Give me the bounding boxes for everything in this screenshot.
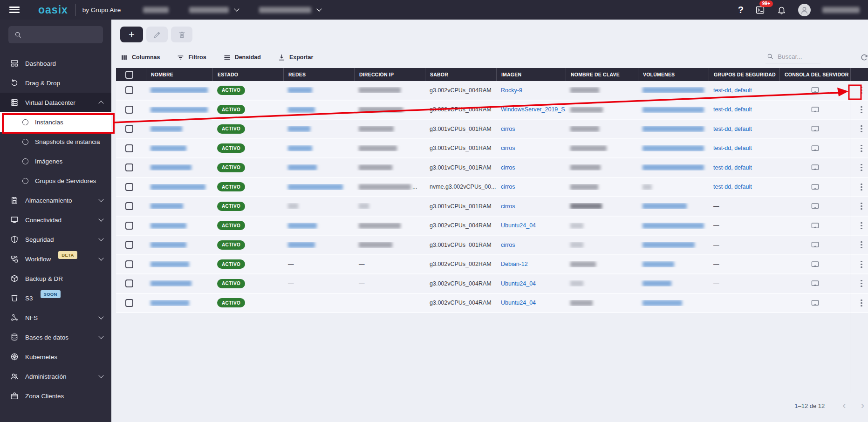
column-header-nombre-de-clave[interactable]: NOMBRE DE CLAVE xyxy=(566,68,638,81)
sidebar-item-workflow[interactable]: WorkflowBETA xyxy=(0,249,111,269)
row-actions-kebab[interactable] xyxy=(859,123,864,134)
server-console-icon[interactable] xyxy=(810,299,820,307)
column-header-imagen[interactable]: IMAGEN xyxy=(496,68,566,81)
row-actions-kebab[interactable] xyxy=(859,298,864,308)
server-console-icon[interactable] xyxy=(810,202,820,211)
server-console-icon[interactable] xyxy=(810,260,820,269)
sidebar-item-zona-clientes[interactable]: Zona Clientes xyxy=(0,386,111,406)
sidebar-item-bases-de-datos[interactable]: Bases de datos xyxy=(0,327,111,347)
add-instance-button[interactable]: + xyxy=(120,27,143,42)
image-link[interactable]: cirros xyxy=(501,203,515,210)
server-console-icon[interactable] xyxy=(810,279,820,288)
pagination-next-button[interactable]: › xyxy=(859,401,866,411)
row-checkbox[interactable] xyxy=(125,86,133,94)
row-checkbox[interactable] xyxy=(125,183,133,191)
row-checkbox[interactable] xyxy=(125,260,133,268)
row-checkbox[interactable] xyxy=(125,222,133,230)
image-link[interactable]: Ubuntu24_04 xyxy=(501,222,536,229)
sidebar-item-im-genes[interactable]: Imágenes xyxy=(0,151,111,171)
column-header-estado[interactable]: ESTADO xyxy=(212,68,283,81)
column-header-consola-del-servidor[interactable]: CONSOLA DEL SERVIDOR xyxy=(779,68,850,81)
row-actions-kebab[interactable] xyxy=(859,278,864,289)
sidebar-item-snapshots-de-instancia[interactable]: Snapshots de instancia xyxy=(0,132,111,151)
row-checkbox[interactable] xyxy=(125,279,133,287)
topbar-selector-3[interactable] xyxy=(259,7,321,13)
refresh-button[interactable] xyxy=(860,53,868,62)
sidebar-item-seguridad[interactable]: Seguridad xyxy=(0,230,111,249)
help-icon[interactable]: ? xyxy=(738,5,744,15)
server-console-icon[interactable] xyxy=(810,183,820,191)
row-checkbox[interactable] xyxy=(125,144,133,152)
pagination-prev-button[interactable]: ‹ xyxy=(841,401,847,411)
row-actions-kebab[interactable] xyxy=(859,104,864,115)
sidebar-search-input[interactable] xyxy=(8,26,103,43)
sidebar-item-instancias[interactable]: Instancias xyxy=(0,112,111,132)
sidebar-item-dashboard[interactable]: Dashboard xyxy=(0,54,111,73)
table-search-input[interactable]: Buscar... xyxy=(765,51,820,63)
sidebar-item-drag-drop[interactable]: Drag & Drop xyxy=(0,73,111,93)
image-link[interactable]: cirros xyxy=(501,126,515,132)
column-header-direcci-n-ip[interactable]: DIRECCIÓN IP xyxy=(354,68,425,81)
row-actions-kebab[interactable] xyxy=(859,239,864,250)
security-groups-link[interactable]: test-dd, default xyxy=(713,164,752,171)
row-checkbox[interactable] xyxy=(125,299,133,307)
server-console-icon[interactable] xyxy=(810,144,820,153)
security-groups-link[interactable]: test-dd, default xyxy=(713,106,752,113)
column-header-redes[interactable]: REDES xyxy=(283,68,354,81)
avatar[interactable] xyxy=(798,4,811,16)
server-console-icon[interactable] xyxy=(810,221,820,230)
sidebar-item-nfs[interactable]: NFS xyxy=(0,308,111,327)
column-header-sabor[interactable]: SABOR xyxy=(425,68,496,81)
row-checkbox[interactable] xyxy=(125,241,133,249)
row-actions-kebab[interactable] xyxy=(859,143,864,154)
image-link[interactable]: Ubuntu24_04 xyxy=(501,280,536,287)
row-actions-kebab[interactable] xyxy=(859,162,864,173)
security-groups-link[interactable]: test-dd, default xyxy=(713,184,752,190)
column-header-nombre[interactable]: NOMBRE xyxy=(146,68,212,81)
server-console-icon[interactable] xyxy=(810,105,820,114)
security-groups-link[interactable]: test-dd, default xyxy=(713,87,752,94)
image-link[interactable]: Debian-12 xyxy=(501,261,528,267)
image-link[interactable]: cirros xyxy=(501,145,515,151)
row-checkbox[interactable] xyxy=(125,106,133,114)
image-link[interactable]: cirros xyxy=(501,164,515,171)
sidebar-item-backup-dr[interactable]: Backup & DR xyxy=(0,269,111,288)
security-groups-link[interactable]: test-dd, default xyxy=(713,145,752,151)
sidebar-item-almacenamiento[interactable]: Almacenamiento xyxy=(0,191,111,210)
menu-icon[interactable] xyxy=(9,5,20,14)
row-actions-kebab[interactable] xyxy=(859,220,864,231)
console-log-icon[interactable]: 99+ xyxy=(755,5,765,15)
server-console-icon[interactable] xyxy=(810,240,820,249)
sidebar-item-virtual-datacenter[interactable]: Virtual Datacenter xyxy=(0,93,111,112)
image-link[interactable]: Rocky-9 xyxy=(501,87,522,94)
image-link[interactable]: Ubuntu24_04 xyxy=(501,299,536,306)
topbar-selector-1[interactable] xyxy=(143,7,169,13)
row-checkbox[interactable] xyxy=(125,163,133,171)
density-button[interactable]: Densidad xyxy=(223,54,261,61)
row-checkbox[interactable] xyxy=(125,202,133,210)
row-actions-kebab[interactable] xyxy=(859,85,864,95)
row-checkbox[interactable] xyxy=(125,125,133,133)
edit-button[interactable] xyxy=(146,27,168,42)
sidebar-item-conectividad[interactable]: Conectividad xyxy=(0,210,111,230)
export-button[interactable]: Exportar xyxy=(278,54,313,61)
select-all-checkbox[interactable] xyxy=(125,71,133,79)
sidebar-item-kubernetes[interactable]: Kubernetes xyxy=(0,347,111,367)
sidebar-item-s3[interactable]: S3SOON xyxy=(0,288,111,308)
filters-button[interactable]: Filtros xyxy=(177,54,206,61)
columns-button[interactable]: Columnas xyxy=(120,54,160,61)
sidebar-item-grupos-de-servidores[interactable]: Grupos de Servidores xyxy=(0,171,111,191)
row-actions-kebab[interactable] xyxy=(859,201,864,211)
row-actions-kebab[interactable] xyxy=(859,259,864,270)
security-groups-link[interactable]: test-dd, default xyxy=(713,126,752,132)
delete-button[interactable] xyxy=(171,27,192,42)
server-console-icon[interactable] xyxy=(810,86,820,95)
image-link[interactable]: WindowsServer_2019_S... xyxy=(501,106,566,113)
sidebar-item-administraci-n[interactable]: Administración xyxy=(0,367,111,386)
topbar-selector-2[interactable] xyxy=(189,7,239,13)
row-actions-kebab[interactable] xyxy=(859,182,864,192)
image-link[interactable]: cirros xyxy=(501,184,515,190)
server-console-icon[interactable] xyxy=(810,124,820,133)
image-link[interactable]: cirros xyxy=(501,242,515,248)
column-header-grupos-de-seguridad[interactable]: GRUPOS DE SEGURIDAD xyxy=(709,68,779,81)
